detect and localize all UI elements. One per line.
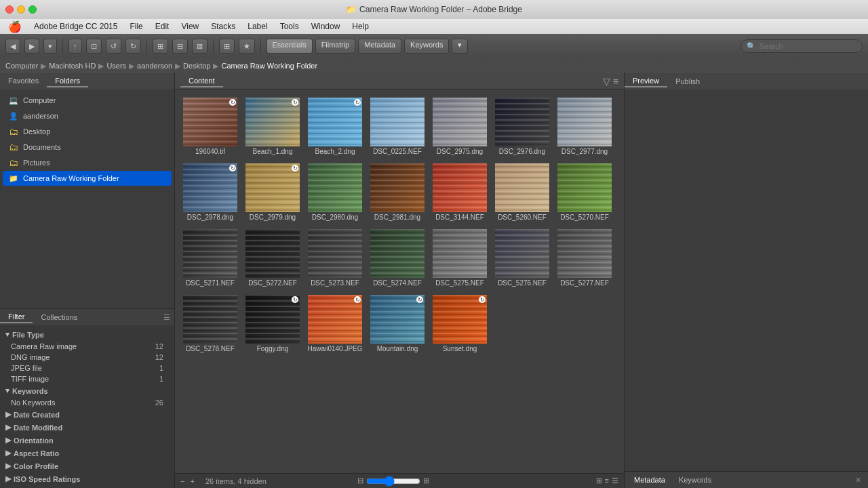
menu-tools[interactable]: Tools bbox=[275, 20, 304, 33]
list-item[interactable]: DSC_5273.NEF bbox=[305, 226, 365, 289]
up-button[interactable]: ↑ bbox=[68, 39, 82, 54]
back-button[interactable]: ◀ bbox=[5, 39, 20, 54]
filter-row-tiff[interactable]: TIFF image 1 bbox=[0, 373, 174, 384]
open-in-camera-raw-button[interactable]: ⊞ bbox=[153, 39, 168, 54]
list-item[interactable]: DSC_5271.NEF bbox=[180, 226, 240, 289]
add-icon[interactable]: + bbox=[190, 477, 194, 485]
filter-options-icon[interactable]: ☰ bbox=[163, 313, 174, 322]
output-button[interactable]: ⊟ bbox=[172, 39, 188, 54]
menu-app[interactable]: Adobe Bridge CC 2015 bbox=[28, 20, 123, 33]
filter-group-color-profile[interactable]: ▶ Color Profile bbox=[0, 460, 174, 472]
filter-group-iso[interactable]: ▶ ISO Speed Ratings bbox=[0, 472, 174, 485]
list-item[interactable]: DSC_2976.dng bbox=[492, 95, 552, 158]
list-item[interactable]: ↻Hawaii0140.JPEG bbox=[305, 292, 365, 355]
list-item[interactable]: DSC_5272.NEF bbox=[243, 226, 302, 289]
minimize-button[interactable] bbox=[17, 5, 25, 14]
reveal-button[interactable]: ⊡ bbox=[86, 39, 102, 54]
search-box[interactable]: 🔍 bbox=[741, 39, 863, 53]
sidebar-item-computer[interactable]: 💻 Computer bbox=[3, 93, 172, 108]
filter-group-file-type[interactable]: ▾ File Type bbox=[0, 328, 174, 341]
breadcrumb-desktop[interactable]: Desktop bbox=[183, 62, 210, 70]
filter-group-date-created[interactable]: ▶ Date Created bbox=[0, 408, 174, 421]
menu-view[interactable]: View bbox=[176, 20, 204, 33]
rotate-right-button[interactable]: ↻ bbox=[125, 39, 141, 54]
tab-keywords[interactable]: Keywords bbox=[672, 474, 718, 485]
grid-view-button[interactable]: ⊞ bbox=[219, 39, 235, 54]
workspace-filmstrip[interactable]: Filmstrip bbox=[315, 39, 356, 54]
minus-icon[interactable]: − bbox=[180, 477, 184, 485]
filter-tab-collections[interactable]: Collections bbox=[33, 312, 85, 323]
filter-row-camera-raw[interactable]: Camera Raw image 12 bbox=[0, 341, 174, 352]
sidebar-item-documents[interactable]: 🗂 Documents bbox=[3, 140, 172, 155]
list-item[interactable]: DSC_5274.NEF bbox=[368, 226, 427, 289]
apple-menu[interactable]: 🍎 bbox=[3, 20, 27, 33]
list-item[interactable]: DSC_5276.NEF bbox=[492, 226, 552, 289]
sidebar-item-desktop[interactable]: 🗂 Desktop bbox=[3, 124, 172, 139]
list-item[interactable]: DSC_5275.NEF bbox=[430, 226, 490, 289]
grid-view-icon[interactable]: ⊞ bbox=[596, 476, 602, 485]
menu-file[interactable]: File bbox=[124, 20, 148, 33]
list-item[interactable]: ↻DSC_2978.dng bbox=[180, 161, 240, 224]
filter-row-dng[interactable]: DNG image 12 bbox=[0, 352, 174, 363]
filter-group-keywords[interactable]: ▾ Keywords bbox=[0, 384, 174, 397]
workspace-more[interactable]: ▾ bbox=[452, 39, 468, 54]
maximize-button[interactable] bbox=[28, 5, 37, 14]
sidebar-item-pictures[interactable]: 🗂 Pictures bbox=[3, 155, 172, 170]
list-item[interactable]: ↻Foggy.dng bbox=[243, 292, 302, 355]
tab-folders[interactable]: Folders bbox=[47, 75, 88, 87]
list-item[interactable]: ↻Sunset.dng bbox=[430, 292, 490, 355]
list-item[interactable]: DSC_2980.dng bbox=[305, 161, 365, 224]
menu-help[interactable]: Help bbox=[347, 20, 374, 33]
tab-favorites[interactable]: Favorites bbox=[0, 75, 47, 87]
forward-button[interactable]: ▶ bbox=[24, 39, 39, 54]
list-view-icon[interactable]: ≡ bbox=[605, 476, 609, 485]
list-item[interactable]: DSC_2977.dng bbox=[555, 95, 614, 158]
list-item[interactable]: ↻Beach_2.dng bbox=[305, 95, 365, 158]
list-item[interactable]: DSC_5260.NEF bbox=[492, 161, 552, 224]
metadata-close-icon[interactable]: ✕ bbox=[855, 476, 865, 485]
list-item[interactable]: DSC_5277.NEF bbox=[555, 226, 614, 289]
breadcrumb-aanderson[interactable]: aanderson bbox=[137, 62, 172, 70]
list-item[interactable]: DSC_3144.NEF bbox=[430, 161, 490, 224]
close-button[interactable] bbox=[5, 5, 14, 14]
content-tab[interactable]: Content bbox=[180, 75, 223, 87]
list-item[interactable]: ↻DSC_2979.dng bbox=[243, 161, 302, 224]
menu-stacks[interactable]: Stacks bbox=[205, 20, 241, 33]
rating-button[interactable]: ★ bbox=[239, 39, 255, 54]
tab-preview[interactable]: Preview bbox=[625, 75, 667, 87]
filter-row-no-keywords[interactable]: No Keywords 26 bbox=[0, 397, 174, 408]
sidebar-item-camera-raw[interactable]: 📁 Camera Raw Working Folder bbox=[3, 171, 172, 186]
list-item[interactable]: DSC_2981.dng bbox=[368, 161, 427, 224]
list-item[interactable]: ↻Mountain.dng bbox=[368, 292, 427, 355]
list-item[interactable]: DSC_2975.dng bbox=[430, 95, 490, 158]
zoom-range[interactable] bbox=[366, 476, 420, 487]
zoom-out-icon[interactable]: ⊟ bbox=[357, 476, 363, 485]
search-input[interactable] bbox=[760, 42, 854, 50]
menu-edit[interactable]: Edit bbox=[150, 20, 175, 33]
filter-group-orientation[interactable]: ▶ Orientation bbox=[0, 434, 174, 447]
breadcrumb-computer[interactable]: Computer bbox=[5, 62, 38, 70]
list-item[interactable]: DSC_5270.NEF bbox=[555, 161, 614, 224]
detail-view-icon[interactable]: ☰ bbox=[612, 476, 618, 485]
tab-publish[interactable]: Publish bbox=[667, 76, 708, 87]
content-sort-button[interactable]: ≡ bbox=[613, 76, 618, 87]
breadcrumb-macintoshhd[interactable]: Macintosh HD bbox=[49, 62, 96, 70]
tab-metadata[interactable]: Metadata bbox=[627, 474, 672, 485]
review-mode-button[interactable]: ⊠ bbox=[192, 39, 208, 54]
workspace-metadata[interactable]: Metadata bbox=[358, 39, 401, 54]
filter-group-aspect-ratio[interactable]: ▶ Aspect Ratio bbox=[0, 447, 174, 460]
list-item[interactable]: DSC_5278.NEF bbox=[180, 292, 240, 355]
list-item[interactable]: DSC_0225.NEF bbox=[368, 95, 427, 158]
zoom-in-icon[interactable]: ⊞ bbox=[423, 476, 429, 485]
list-item[interactable]: ↻196040.tif bbox=[180, 95, 240, 158]
sidebar-item-aanderson[interactable]: 👤 aanderson bbox=[3, 108, 172, 123]
menu-window[interactable]: Window bbox=[306, 20, 346, 33]
breadcrumb-folder[interactable]: Camera Raw Working Folder bbox=[221, 62, 317, 70]
workspace-essentials[interactable]: Essentials bbox=[267, 39, 313, 54]
rotate-left-button[interactable]: ↺ bbox=[106, 39, 121, 54]
content-filter-button[interactable]: ▽ bbox=[603, 76, 610, 87]
list-item[interactable]: ↻Beach_1.dng bbox=[243, 95, 302, 158]
workspace-keywords[interactable]: Keywords bbox=[404, 39, 449, 54]
breadcrumb-users[interactable]: Users bbox=[106, 62, 126, 70]
filter-group-date-modified[interactable]: ▶ Date Modified bbox=[0, 421, 174, 434]
